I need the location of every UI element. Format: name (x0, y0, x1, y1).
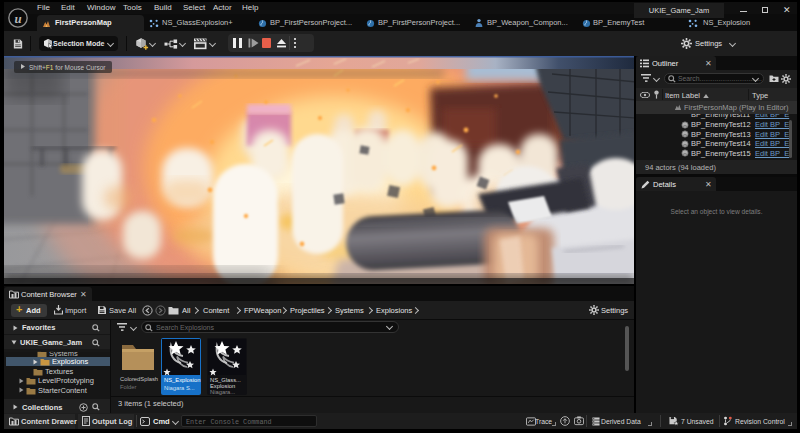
svg-text:Shift+F1 for Mouse Cursor: Shift+F1 for Mouse Cursor (29, 64, 106, 71)
svg-text:u: u (14, 12, 21, 26)
